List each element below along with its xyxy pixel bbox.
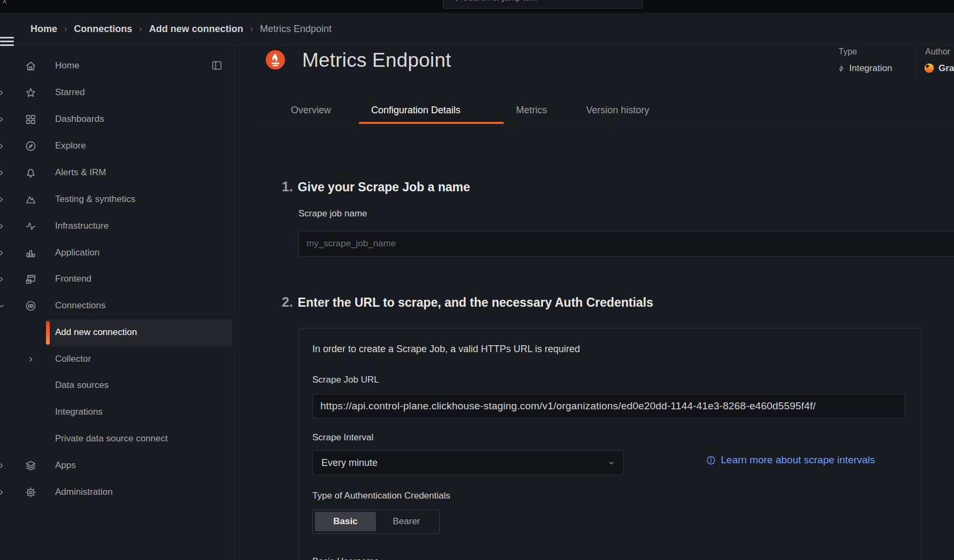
sidebar-item-home[interactable]: Home [0, 53, 234, 80]
chevron-down-icon[interactable] [0, 302, 5, 310]
section-1-heading: 1. Give your Scrape Job a name [282, 179, 470, 195]
tab-overview[interactable]: Overview [291, 105, 331, 116]
author-label: Author [925, 47, 950, 57]
active-item-accent-bar [46, 321, 50, 345]
auth-option-bearer[interactable]: Bearer [376, 512, 437, 531]
sidebar-item-infrastructure[interactable]: Infrastructure [0, 213, 234, 240]
chevron-right-icon[interactable] [0, 169, 5, 177]
auth-type-label: Type of Authentication Credentials [312, 491, 450, 501]
chevron-right-icon[interactable] [0, 249, 5, 257]
type-value: Integration [837, 63, 892, 74]
sidebar-item-apps[interactable]: Apps [0, 453, 234, 479]
tabs-divider [261, 126, 954, 127]
breadcrumb-separator: › [250, 24, 253, 34]
prometheus-logo-icon [266, 50, 285, 69]
breadcrumb-add-new-connection[interactable]: Add new connection [149, 24, 243, 35]
auth-option-basic[interactable]: Basic [315, 512, 376, 531]
sidebar-item-label: Testing & synthetics [55, 194, 135, 205]
chevron-right-icon[interactable] [27, 355, 35, 363]
sidebar-item-data-sources[interactable]: Data sources [0, 372, 234, 399]
scrape-job-url-input[interactable] [312, 394, 905, 418]
section-title: Give your Scrape Job a name [298, 180, 470, 195]
author-value-text: Grafana [938, 63, 954, 74]
sidebar-item-frontend[interactable]: Frontend [0, 266, 234, 293]
chevron-right-icon[interactable] [0, 89, 5, 97]
sidebar-item-label: Starred [55, 87, 85, 98]
sidebar-item-testing-synthetics[interactable]: Testing & synthetics [0, 186, 234, 213]
chevron-right-icon[interactable] [0, 222, 5, 230]
dock-sidebar-icon[interactable] [211, 60, 222, 71]
page-title: Metrics Endpoint [302, 49, 451, 72]
layers-icon [25, 460, 37, 472]
learn-more-text: Learn more about scrape intervals [721, 454, 875, 466]
info-icon [706, 455, 716, 465]
chevron-right-icon[interactable] [0, 275, 5, 283]
grafana-app: ^ Search or jump to... Home › Connection… [0, 0, 954, 560]
chevron-right-icon[interactable] [0, 115, 5, 123]
star-icon [25, 87, 37, 99]
section-title: Enter the URL to scrape, and the necessa… [298, 295, 653, 310]
search-icon [450, 0, 458, 2]
scrape-job-url-label: Scrape Job URL [312, 375, 379, 385]
sidebar-item-label: Home [55, 60, 79, 71]
home-icon [25, 60, 37, 72]
type-label: Type [838, 47, 857, 57]
sidebar-item-administration[interactable]: Administration [0, 479, 234, 506]
sidebar-item-label: Data sources [55, 380, 109, 391]
section-number: 2. [282, 294, 293, 310]
sidebar-item-add-new-connection[interactable]: Add new connection [0, 320, 234, 346]
scrape-interval-select[interactable]: Every minute [312, 450, 624, 475]
sidebar-item-label: Dashboards [55, 114, 104, 125]
author-value: Grafana [924, 63, 954, 74]
sidebar-item-label: Add new connection [55, 327, 137, 338]
chevron-right-icon[interactable] [0, 142, 5, 150]
chevron-right-icon[interactable] [0, 462, 5, 470]
sidebar-item-private-data-source-connect[interactable]: Private data source connect [0, 426, 234, 453]
tab-configuration-details[interactable]: Configuration Details [371, 105, 460, 116]
auth-type-segmented-control: Basic Bearer [312, 509, 440, 534]
sidebar-item-explore[interactable]: Explore [0, 133, 234, 160]
sidebar-item-application[interactable]: Application [0, 240, 234, 267]
section-number: 1. [282, 179, 293, 195]
section-2-heading: 2. Enter the URL to scrape, and the nece… [282, 294, 653, 310]
sidebar-item-connections[interactable]: Connections [0, 293, 234, 320]
dashboards-icon [25, 113, 37, 126]
scrape-job-name-input[interactable] [298, 231, 954, 256]
scrape-interval-value: Every minute [321, 457, 378, 469]
breadcrumb-connections[interactable]: Connections [74, 24, 132, 35]
chevron-right-icon[interactable] [0, 488, 5, 496]
tab-metrics[interactable]: Metrics [516, 105, 547, 116]
browser-icon [25, 273, 37, 285]
sidebar-item-label: Administration [55, 487, 113, 497]
chevron-down-icon [607, 459, 616, 467]
breadcrumb-separator: › [139, 24, 142, 34]
sidebar-item-collector[interactable]: Collector [0, 346, 234, 373]
sidebar-item-alerts-irm[interactable]: Alerts & IRM [0, 160, 234, 186]
pulse-icon [25, 220, 37, 232]
sidebar-item-label: Collector [55, 354, 91, 364]
header-meta-divider [915, 47, 916, 79]
tab-version-history[interactable]: Version history [586, 105, 649, 116]
sidebar-item-label: Application [55, 247, 99, 258]
top-strip: ^ Search or jump to... [0, 0, 954, 13]
scrape-interval-label: Scrape Interval [312, 432, 373, 443]
learn-more-link[interactable]: Learn more about scrape intervals [706, 454, 875, 466]
sidebar-item-dashboards[interactable]: Dashboards [0, 106, 234, 133]
sidebar-item-label: Apps [55, 460, 76, 471]
chevron-right-icon[interactable] [0, 196, 5, 204]
sidebar-item-label: Frontend [55, 274, 91, 284]
breadcrumb-bar: Home › Connections › Add new connection … [0, 13, 954, 45]
gear-icon [25, 486, 37, 499]
breadcrumb: Home › Connections › Add new connection … [30, 13, 332, 45]
mountain-icon [25, 193, 37, 206]
breadcrumb-home[interactable]: Home [30, 24, 57, 35]
scrape-job-name-label: Scrape job name [298, 208, 367, 219]
sidebar-item-starred[interactable]: Starred [0, 80, 234, 106]
sidebar-item-label: Infrastructure [55, 221, 109, 231]
active-tab-indicator [359, 122, 504, 124]
search-input[interactable]: Search or jump to... [443, 0, 643, 9]
bar-chart-icon [25, 247, 37, 259]
grafana-logo-icon [924, 63, 935, 74]
sidebar-item-label: Integrations [55, 407, 103, 417]
sidebar-item-integrations[interactable]: Integrations [0, 399, 234, 426]
